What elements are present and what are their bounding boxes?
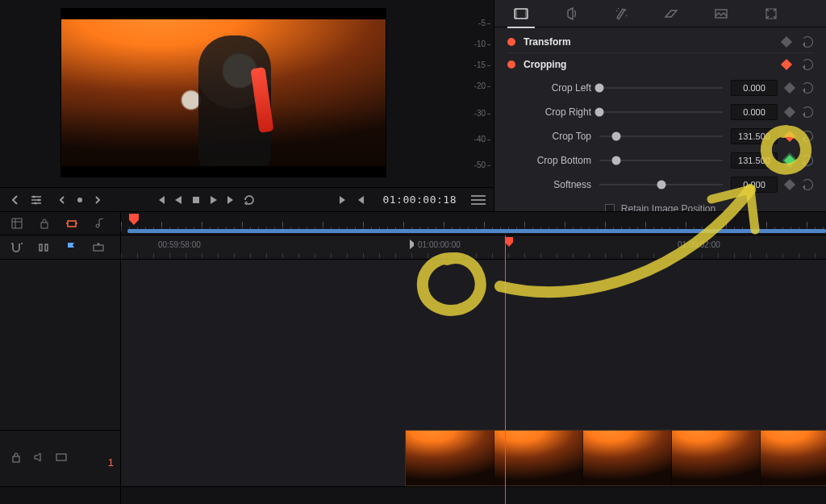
preview-viewer: -5 -10 -15 -20 -30 -40 -50 xyxy=(0,0,494,211)
svg-point-0 xyxy=(33,195,35,198)
timeline-overview-ruler[interactable] xyxy=(121,212,826,235)
param-crop-top: Crop Top 131.500 xyxy=(507,124,813,148)
keyframe-diamond-icon[interactable] xyxy=(784,131,795,142)
timeline-time-ruler[interactable]: 00:59:58:00 01:00:00:00 01:00:02:00 xyxy=(121,235,826,260)
tab-file[interactable] xyxy=(761,3,782,24)
svg-rect-13 xyxy=(56,454,66,460)
db-tick: -15 xyxy=(461,60,486,69)
keyframe-diamond-icon[interactable] xyxy=(784,179,795,190)
tab-image[interactable] xyxy=(711,3,732,24)
section-cropping[interactable]: Cropping xyxy=(507,53,813,76)
param-label: Crop Right xyxy=(507,106,591,118)
reset-icon[interactable] xyxy=(802,131,813,142)
video-track-header[interactable]: 1 xyxy=(0,430,120,486)
sliders-icon[interactable] xyxy=(27,191,45,209)
stop-icon[interactable] xyxy=(187,191,205,209)
slider[interactable] xyxy=(599,131,723,142)
keyframe-diamond-icon[interactable] xyxy=(781,59,792,70)
loop-icon[interactable] xyxy=(240,191,258,209)
value-field[interactable]: 0.000 xyxy=(731,177,778,193)
param-crop-bottom: Crop Bottom 131.500 xyxy=(507,148,813,173)
section-title: Transform xyxy=(524,36,774,48)
tab-audio[interactable] xyxy=(561,3,582,24)
audio-db-ruler: -5 -10 -15 -20 -30 -40 -50 xyxy=(455,4,490,177)
reset-icon[interactable] xyxy=(802,82,813,94)
reset-icon[interactable] xyxy=(802,106,813,118)
reset-icon[interactable] xyxy=(802,155,813,166)
svg-rect-10 xyxy=(68,221,76,227)
clip-thumbnail xyxy=(406,431,494,485)
param-crop-left: Crop Left 0.000 xyxy=(507,76,813,100)
ruler-label: 01:00:02:00 xyxy=(678,240,720,249)
value-field[interactable]: 131.500 xyxy=(731,152,778,169)
svg-rect-6 xyxy=(515,9,517,19)
tab-video[interactable] xyxy=(511,3,532,24)
play-reverse-icon[interactable] xyxy=(169,191,187,209)
value-field[interactable]: 131.500 xyxy=(731,128,778,144)
chevron-left-small-icon[interactable] xyxy=(53,191,71,209)
db-tick: -30 xyxy=(461,109,486,118)
timecode-display[interactable]: 01:00:00:18 xyxy=(382,194,457,206)
slider[interactable] xyxy=(599,155,723,166)
preview-frame[interactable] xyxy=(60,8,386,177)
clip-thumbnail xyxy=(494,431,583,485)
timeline-toolbar xyxy=(0,211,826,235)
snap-magnet-icon[interactable] xyxy=(8,240,24,256)
reset-icon[interactable] xyxy=(802,36,813,48)
link-icon[interactable] xyxy=(35,240,52,256)
cropping-enable-toggle[interactable] xyxy=(507,60,515,69)
svg-point-1 xyxy=(38,198,40,201)
play-icon[interactable] xyxy=(205,191,223,209)
tab-effects[interactable] xyxy=(611,3,632,24)
timeline-view-icon[interactable] xyxy=(8,215,26,232)
svg-rect-4 xyxy=(193,197,199,203)
selection-arrow-icon[interactable] xyxy=(63,215,81,232)
value-field[interactable]: 0.000 xyxy=(731,104,778,120)
record-dot-icon[interactable] xyxy=(71,191,89,209)
keyframe-diamond-icon[interactable] xyxy=(784,82,795,94)
keyframe-diamond-icon[interactable] xyxy=(784,106,795,118)
range-bar[interactable] xyxy=(127,229,826,233)
clip-thumbnail xyxy=(672,431,761,485)
slider[interactable] xyxy=(599,179,723,190)
param-label: Softness xyxy=(507,179,591,190)
prev-marker-icon[interactable] xyxy=(352,191,369,209)
lock-icon[interactable] xyxy=(35,215,53,232)
clip-in-marker-icon xyxy=(409,239,417,252)
add-track-icon[interactable] xyxy=(90,240,106,256)
skip-last-icon[interactable] xyxy=(223,191,240,209)
chevron-left-icon[interactable] xyxy=(6,191,24,209)
reset-icon[interactable] xyxy=(802,179,813,190)
inspector-tabs xyxy=(494,0,826,27)
keyframe-diamond-icon[interactable] xyxy=(784,155,795,166)
reset-icon[interactable] xyxy=(802,59,813,70)
section-transform[interactable]: Transform xyxy=(507,31,813,53)
param-label: Crop Bottom xyxy=(507,155,591,166)
slider[interactable] xyxy=(599,106,723,118)
tab-transition[interactable] xyxy=(661,3,682,24)
video-clip[interactable] xyxy=(405,430,826,486)
svg-rect-7 xyxy=(525,9,528,19)
transform-enable-toggle[interactable] xyxy=(507,38,515,46)
timeline-lanes[interactable] xyxy=(121,260,826,504)
frame-icon[interactable] xyxy=(55,451,68,466)
audio-mute-icon[interactable] xyxy=(32,451,45,466)
value-field[interactable]: 0.000 xyxy=(731,80,778,96)
param-label: Crop Left xyxy=(507,82,591,94)
svg-rect-12 xyxy=(13,456,19,462)
next-marker-icon[interactable] xyxy=(334,191,352,209)
menu-icon[interactable] xyxy=(469,191,487,209)
marker-flag-icon[interactable] xyxy=(63,240,79,256)
ruler-label: 00:59:58:00 xyxy=(158,240,201,249)
preview-image xyxy=(61,19,386,166)
param-crop-right: Crop Right 0.000 xyxy=(507,100,813,124)
clip-thumbnail xyxy=(761,431,826,485)
lock-icon[interactable] xyxy=(10,451,23,466)
playhead-line[interactable] xyxy=(505,235,506,504)
skip-first-icon[interactable] xyxy=(152,191,169,209)
music-note-icon[interactable] xyxy=(90,215,108,232)
slider[interactable] xyxy=(599,82,723,94)
keyframe-diamond-icon[interactable] xyxy=(781,35,792,47)
chevron-right-small-icon[interactable] xyxy=(89,191,106,209)
inspector-panel: Transform Cropping Crop Left 0.000 Crop … xyxy=(494,0,826,226)
